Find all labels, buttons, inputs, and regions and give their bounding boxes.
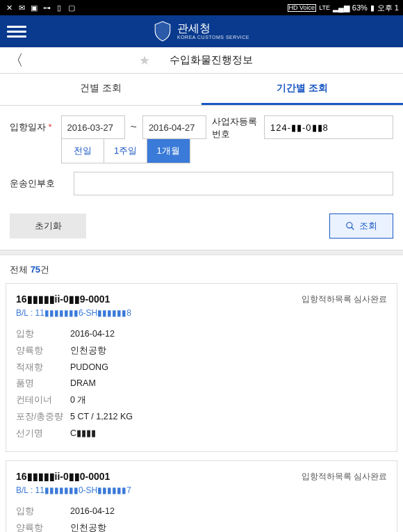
subheader: 〈 ★ 수입화물진행정보 xyxy=(0,47,403,74)
battery-label: 63% xyxy=(352,3,368,12)
date-to-input[interactable] xyxy=(142,115,206,139)
back-button[interactable]: 〈 xyxy=(8,50,24,71)
period-month[interactable]: 1개월 xyxy=(147,139,190,163)
tab-by-case[interactable]: 건별 조회 xyxy=(0,74,202,105)
device-icon: ▯ xyxy=(54,3,64,13)
period-prev-day[interactable]: 전일 xyxy=(62,139,105,163)
card-status: 입항적하목록 심사완료 xyxy=(302,293,387,305)
reset-button[interactable]: 초기화 xyxy=(10,213,86,239)
card-status: 입항적하목록 심사완료 xyxy=(302,471,387,483)
search-button[interactable]: 조회 xyxy=(329,213,393,239)
period-week[interactable]: 1주일 xyxy=(104,139,147,163)
card-title: 16▮▮▮▮▮ii-0▮▮0-0001 xyxy=(16,471,110,483)
page-title: 수입화물진행정보 xyxy=(170,54,253,67)
port-key: 양륙항 xyxy=(16,520,70,532)
sync-icon: ✕ xyxy=(4,3,14,13)
loadport-key: 적재항 xyxy=(16,360,70,376)
header-title: 관세청 xyxy=(177,22,249,35)
vessel-val: C▮▮▮▮ xyxy=(70,426,96,442)
item-key: 품명 xyxy=(16,376,70,392)
port-val: 인천공항 xyxy=(70,520,106,532)
image-icon: ▣ xyxy=(29,3,39,13)
sim-icon: ▢ xyxy=(67,3,76,13)
result-list: 16▮▮▮▮▮ii-0▮▮9-0001 입항적하목록 심사완료 B/L : 11… xyxy=(0,283,403,532)
card-title: 16▮▮▮▮▮ii-0▮▮9-0001 xyxy=(16,293,110,305)
key-icon: ⊶ xyxy=(42,3,51,13)
clock-label: 오후 1 xyxy=(377,3,399,13)
port-val: 인천공항 xyxy=(70,343,106,360)
date-from-input[interactable] xyxy=(61,115,125,139)
result-card[interactable]: 16▮▮▮▮▮ii-0▮▮9-0001 입항적하목록 심사완료 B/L : 11… xyxy=(6,283,397,452)
search-button-label: 조회 xyxy=(359,220,377,232)
search-form: 입항일자 ~ 전일 1주일 1개월 사업자등록번호 운송인부호 xyxy=(0,106,403,213)
shield-icon xyxy=(154,21,172,42)
carrier-label: 운송인부호 xyxy=(10,172,74,190)
tabs: 건별 조회 기간별 조회 xyxy=(0,74,403,106)
container-key: 컨테이너 xyxy=(16,392,70,409)
signal-icon: ▂▄▆ xyxy=(333,3,349,13)
favorite-star-icon[interactable]: ★ xyxy=(139,53,150,68)
status-bar: ✕ ✉ ▣ ⊶ ▯ ▢ HD Voice LTE ▂▄▆ 63% ▮ 오후 1 xyxy=(0,0,403,15)
biz-number-label: 사업자등록번호 xyxy=(206,115,264,140)
menu-button[interactable] xyxy=(7,22,26,41)
lte-label: LTE xyxy=(319,4,330,11)
total-count: 75 xyxy=(31,264,40,275)
card-bl-number: B/L : 11▮▮▮▮▮▮▮6-SH▮▮▮▮▮▮8 xyxy=(16,308,387,318)
container-val: 0 개 xyxy=(70,392,86,409)
biz-number-input[interactable] xyxy=(264,115,393,139)
tab-by-period[interactable]: 기간별 조회 xyxy=(202,74,403,105)
app-header: 관세청 KOREA CUSTOMS SERVICE xyxy=(0,15,403,47)
mail-icon: ✉ xyxy=(17,3,26,13)
header-subtitle: KOREA CUSTOMS SERVICE xyxy=(177,35,249,40)
hd-voice-icon: HD Voice xyxy=(288,4,317,12)
svg-point-0 xyxy=(347,223,352,228)
arrival-val: 2016-04-12 xyxy=(70,503,115,520)
package-val: 5 CT / 1,212 KG xyxy=(70,409,133,426)
item-val: DRAM xyxy=(70,376,96,392)
arrival-key: 입항 xyxy=(16,503,70,520)
carrier-input[interactable] xyxy=(74,172,393,195)
logo: 관세청 KOREA CUSTOMS SERVICE xyxy=(154,21,249,42)
result-total: 전체 75건 xyxy=(0,255,403,283)
tilde: ~ xyxy=(125,121,142,134)
battery-icon: ▮ xyxy=(370,3,375,13)
card-bl-number: B/L : 11▮▮▮▮▮▮▮0-SH▮▮▮▮▮▮7 xyxy=(16,485,387,495)
vessel-key: 선기명 xyxy=(16,426,70,442)
action-row: 초기화 조회 xyxy=(0,213,403,250)
package-key: 포장/총중량 xyxy=(16,409,70,426)
result-card[interactable]: 16▮▮▮▮▮ii-0▮▮0-0001 입항적하목록 심사완료 B/L : 11… xyxy=(6,460,397,532)
arrival-date-label: 입항일자 xyxy=(10,115,61,134)
section-divider xyxy=(0,250,403,255)
port-key: 양륙항 xyxy=(16,343,70,360)
arrival-val: 2016-04-12 xyxy=(70,326,115,343)
loadport-val: PUDONG xyxy=(70,360,108,376)
search-icon xyxy=(345,221,355,231)
arrival-key: 입항 xyxy=(16,326,70,343)
svg-line-1 xyxy=(352,227,354,230)
